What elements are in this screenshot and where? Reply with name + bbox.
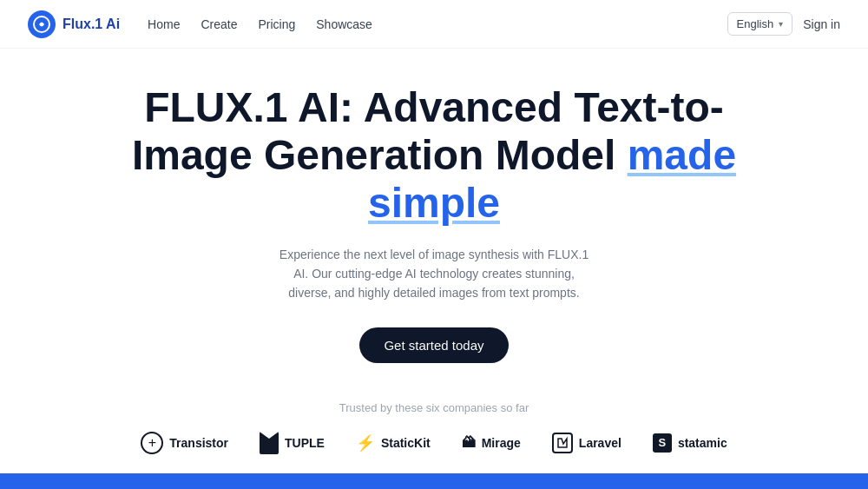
tuple-icon	[260, 432, 279, 454]
company-transistor: + Transistor	[141, 432, 228, 454]
cta-button[interactable]: Get started today	[359, 327, 508, 363]
nav-right: English ▾ Sign in	[727, 12, 840, 36]
tuple-label: TUPLE	[285, 436, 325, 450]
trusted-label: Trusted by these six companies so far	[339, 401, 529, 414]
chevron-down-icon: ▾	[779, 19, 783, 29]
hero-section: FLUX.1 AI: Advanced Text-to-Image Genera…	[0, 49, 868, 380]
nav-left: Flux.1 Ai Home Create Pricing Showcase	[28, 10, 372, 38]
mirage-label: Mirage	[482, 436, 521, 450]
transistor-label: Transistor	[169, 436, 228, 450]
mirage-icon: 🏔	[462, 435, 476, 451]
nav-home[interactable]: Home	[148, 17, 180, 31]
signin-button[interactable]: Sign in	[803, 17, 840, 31]
company-mirage: 🏔 Mirage	[462, 435, 521, 451]
trusted-section: Trusted by these six companies so far + …	[0, 380, 868, 454]
statamic-label: statamic	[678, 436, 727, 450]
company-statickit: ⚡ StaticKit	[356, 433, 431, 453]
navbar: Flux.1 Ai Home Create Pricing Showcase E…	[0, 0, 868, 49]
company-logos: + Transistor TUPLE ⚡ StaticKit 🏔 Mirage …	[141, 432, 727, 454]
logo-icon	[28, 10, 56, 38]
company-statamic: S statamic	[653, 433, 727, 453]
hero-title: FLUX.1 AI: Advanced Text-to-Image Genera…	[130, 83, 738, 228]
laravel-label: Laravel	[579, 436, 621, 450]
hero-subtitle: Experience the next level of image synth…	[278, 245, 590, 303]
language-selector[interactable]: English ▾	[727, 12, 793, 36]
company-tuple: TUPLE	[260, 432, 325, 454]
nav-pricing[interactable]: Pricing	[258, 17, 295, 31]
nav-links: Home Create Pricing Showcase	[148, 17, 372, 31]
laravel-icon	[552, 433, 573, 453]
transistor-icon: +	[141, 432, 163, 454]
statickit-icon: ⚡	[356, 433, 375, 453]
logo-text: Flux.1 Ai	[62, 17, 120, 32]
language-label: English	[737, 17, 774, 30]
statamic-icon: S	[653, 433, 672, 453]
statickit-label: StaticKit	[381, 436, 431, 450]
nav-showcase[interactable]: Showcase	[316, 17, 372, 31]
logo[interactable]: Flux.1 Ai	[28, 10, 120, 38]
company-laravel: Laravel	[552, 433, 621, 453]
footer-bar	[0, 473, 868, 489]
nav-create[interactable]: Create	[201, 17, 237, 31]
